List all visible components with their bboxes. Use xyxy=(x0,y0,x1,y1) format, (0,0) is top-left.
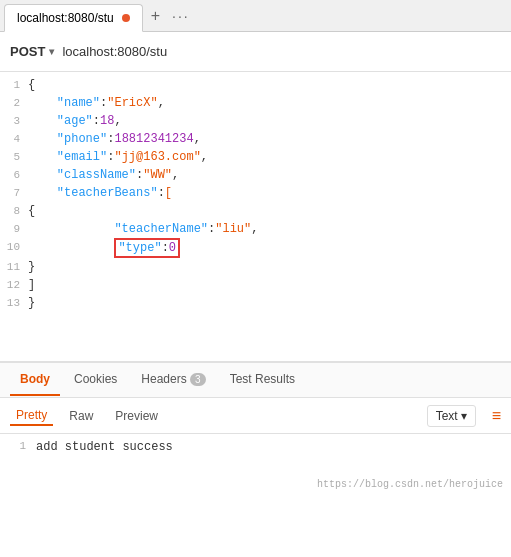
response-tab-test-results[interactable]: Test Results xyxy=(220,364,305,396)
line-content: "type":0 xyxy=(28,238,180,258)
line-number: 9 xyxy=(0,220,28,238)
tab-badge: 3 xyxy=(190,373,206,386)
response-tab-cookies[interactable]: Cookies xyxy=(64,364,127,396)
format-bar: PrettyRawPreviewText▾≡ xyxy=(0,398,511,434)
request-bar: POST ▾ localhost:8080/stu xyxy=(0,32,511,72)
url-display: localhost:8080/stu xyxy=(62,44,167,59)
line-number: 1 xyxy=(0,76,28,94)
response-tab-headers[interactable]: Headers 3 xyxy=(131,364,215,396)
line-number: 6 xyxy=(0,166,28,184)
line-number: 11 xyxy=(0,258,28,276)
new-tab-button[interactable]: + xyxy=(143,7,168,25)
editor-line: 12] xyxy=(0,276,511,294)
line-number: 2 xyxy=(0,94,28,112)
line-content: { xyxy=(28,76,35,94)
format-icon[interactable]: ≡ xyxy=(492,407,501,425)
line-content: { xyxy=(28,202,35,220)
format-button-preview[interactable]: Preview xyxy=(109,407,164,425)
line-number: 5 xyxy=(0,148,28,166)
line-number: 12 xyxy=(0,276,28,294)
response-content: add student success xyxy=(36,440,173,454)
editor-line: 6 "className":"WW", xyxy=(0,166,511,184)
editor-line: 13} xyxy=(0,294,511,312)
editor-line: 5 "email":"jj@163.com", xyxy=(0,148,511,166)
format-button-pretty[interactable]: Pretty xyxy=(10,406,53,426)
editor-line: 3 "age":18, xyxy=(0,112,511,130)
line-content: "teacherName":"liu", xyxy=(28,220,258,238)
line-content: "phone":18812341234, xyxy=(28,130,201,148)
line-number: 7 xyxy=(0,184,28,202)
line-content: "name":"EricX", xyxy=(28,94,165,112)
editor-line: 7 "teacherBeans":[ xyxy=(0,184,511,202)
editor-line: 8{ xyxy=(0,202,511,220)
line-number: 3 xyxy=(0,112,28,130)
active-tab[interactable]: localhost:8080/stu xyxy=(4,4,143,32)
tab-unsaved-dot xyxy=(122,14,130,22)
watermark-text: https://blog.csdn.net/herojuice xyxy=(317,479,503,490)
editor-line: 2 "name":"EricX", xyxy=(0,94,511,112)
method-button[interactable]: POST ▾ xyxy=(10,44,54,59)
editor-line: 1{ xyxy=(0,76,511,94)
line-content: ] xyxy=(28,276,35,294)
line-number: 4 xyxy=(0,130,28,148)
format-button-raw[interactable]: Raw xyxy=(63,407,99,425)
editor-line: 4 "phone":18812341234, xyxy=(0,130,511,148)
editor-line: 11} xyxy=(0,258,511,276)
response-tab-body[interactable]: Body xyxy=(10,364,60,396)
line-content: "teacherBeans":[ xyxy=(28,184,172,202)
method-chevron-icon: ▾ xyxy=(49,46,54,57)
more-tabs-button[interactable]: ··· xyxy=(168,8,194,24)
request-body-editor[interactable]: 1{2 "name":"EricX",3 "age":18,4 "phone":… xyxy=(0,72,511,362)
line-number: 8 xyxy=(0,202,28,220)
dropdown-chevron-icon: ▾ xyxy=(461,409,467,423)
format-dropdown-label: Text xyxy=(436,409,458,423)
line-content: } xyxy=(28,294,35,312)
line-content: "age":18, xyxy=(28,112,122,130)
method-label: POST xyxy=(10,44,45,59)
editor-line: 9 "teacherName":"liu", xyxy=(0,220,511,238)
line-number: 10 xyxy=(0,238,28,256)
line-number: 13 xyxy=(0,294,28,312)
line-content: } xyxy=(28,258,35,276)
response-body: 1 add student success https://blog.csdn.… xyxy=(0,434,511,494)
response-tabs: BodyCookiesHeaders 3Test Results xyxy=(0,362,511,398)
tab-label: localhost:8080/stu xyxy=(17,11,114,25)
line-content: "email":"jj@163.com", xyxy=(28,148,208,166)
tab-bar: localhost:8080/stu + ··· xyxy=(0,0,511,32)
line-content: "className":"WW", xyxy=(28,166,179,184)
editor-line: 10 "type":0 xyxy=(0,238,511,258)
format-dropdown[interactable]: Text▾ xyxy=(427,405,476,427)
response-line-num: 1 xyxy=(10,440,26,452)
